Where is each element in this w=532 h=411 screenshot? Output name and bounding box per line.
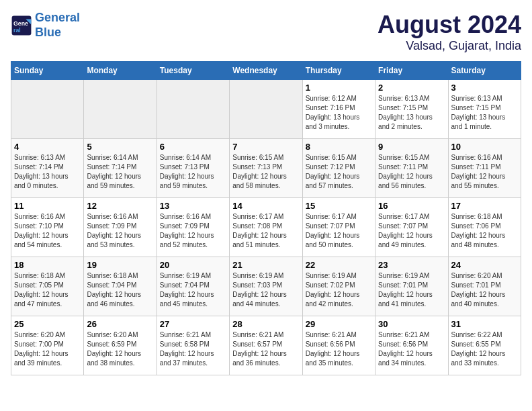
- calendar-cell: 1Sunrise: 6:12 AMSunset: 7:16 PMDaylight…: [302, 80, 375, 139]
- day-info: Sunrise: 6:21 AMSunset: 6:56 PMDaylight:…: [306, 330, 372, 368]
- col-header-monday: Monday: [84, 62, 157, 80]
- calendar-cell: 24Sunrise: 6:20 AMSunset: 7:01 PMDayligh…: [448, 257, 521, 316]
- day-number: 26: [87, 319, 153, 329]
- calendar-cell: 14Sunrise: 6:17 AMSunset: 7:08 PMDayligh…: [230, 198, 302, 257]
- day-info: Sunrise: 6:13 AMSunset: 7:15 PMDaylight:…: [451, 94, 518, 132]
- calendar-cell: 15Sunrise: 6:17 AMSunset: 7:07 PMDayligh…: [302, 198, 375, 257]
- location-title: Valsad, Gujarat, India: [378, 39, 521, 53]
- day-number: 15: [306, 201, 372, 211]
- day-number: 6: [160, 142, 226, 152]
- calendar-cell: [84, 80, 157, 139]
- calendar-cell: 27Sunrise: 6:21 AMSunset: 6:58 PMDayligh…: [157, 316, 229, 375]
- day-number: 17: [451, 201, 518, 211]
- day-info: Sunrise: 6:13 AMSunset: 7:15 PMDaylight:…: [378, 94, 445, 132]
- calendar-cell: [230, 80, 302, 139]
- day-number: 2: [378, 83, 445, 93]
- day-info: Sunrise: 6:17 AMSunset: 7:07 PMDaylight:…: [378, 212, 445, 250]
- day-number: 16: [378, 201, 445, 211]
- day-number: 21: [232, 260, 299, 270]
- calendar-cell: 13Sunrise: 6:16 AMSunset: 7:09 PMDayligh…: [157, 198, 229, 257]
- day-number: 29: [306, 319, 372, 329]
- day-info: Sunrise: 6:14 AMSunset: 7:14 PMDaylight:…: [87, 153, 153, 191]
- calendar-cell: 16Sunrise: 6:17 AMSunset: 7:07 PMDayligh…: [375, 198, 448, 257]
- day-number: 19: [87, 260, 153, 270]
- day-number: 3: [451, 83, 518, 93]
- calendar-cell: 11Sunrise: 6:16 AMSunset: 7:10 PMDayligh…: [11, 198, 84, 257]
- day-info: Sunrise: 6:19 AMSunset: 7:02 PMDaylight:…: [306, 271, 372, 309]
- day-number: 13: [160, 201, 226, 211]
- day-number: 4: [14, 142, 81, 152]
- day-info: Sunrise: 6:21 AMSunset: 6:58 PMDaylight:…: [160, 330, 226, 368]
- day-number: 7: [232, 142, 299, 152]
- calendar-cell: 25Sunrise: 6:20 AMSunset: 7:00 PMDayligh…: [11, 316, 84, 375]
- day-info: Sunrise: 6:12 AMSunset: 7:16 PMDaylight:…: [306, 94, 372, 132]
- calendar-week-5: 25Sunrise: 6:20 AMSunset: 7:00 PMDayligh…: [11, 316, 521, 375]
- col-header-sunday: Sunday: [11, 62, 84, 80]
- day-number: 5: [87, 142, 153, 152]
- calendar-week-4: 18Sunrise: 6:18 AMSunset: 7:05 PMDayligh…: [11, 257, 521, 316]
- calendar-cell: [11, 80, 84, 139]
- calendar-cell: 21Sunrise: 6:19 AMSunset: 7:03 PMDayligh…: [230, 257, 302, 316]
- day-info: Sunrise: 6:19 AMSunset: 7:04 PMDaylight:…: [160, 271, 226, 309]
- day-info: Sunrise: 6:21 AMSunset: 6:57 PMDaylight:…: [232, 330, 299, 368]
- calendar-cell: 7Sunrise: 6:15 AMSunset: 7:13 PMDaylight…: [230, 139, 302, 198]
- calendar-cell: 2Sunrise: 6:13 AMSunset: 7:15 PMDaylight…: [375, 80, 448, 139]
- calendar-cell: 10Sunrise: 6:16 AMSunset: 7:11 PMDayligh…: [448, 139, 521, 198]
- col-header-saturday: Saturday: [448, 62, 521, 80]
- calendar-cell: 23Sunrise: 6:19 AMSunset: 7:01 PMDayligh…: [375, 257, 448, 316]
- day-info: Sunrise: 6:15 AMSunset: 7:11 PMDaylight:…: [378, 153, 445, 191]
- logo-general: General: [35, 11, 80, 24]
- day-number: 28: [232, 319, 299, 329]
- day-info: Sunrise: 6:13 AMSunset: 7:14 PMDaylight:…: [14, 153, 81, 191]
- day-number: 10: [451, 142, 518, 152]
- day-info: Sunrise: 6:18 AMSunset: 7:05 PMDaylight:…: [14, 271, 81, 309]
- calendar-cell: 9Sunrise: 6:15 AMSunset: 7:11 PMDaylight…: [375, 139, 448, 198]
- calendar-cell: 3Sunrise: 6:13 AMSunset: 7:15 PMDaylight…: [448, 80, 521, 139]
- day-info: Sunrise: 6:16 AMSunset: 7:10 PMDaylight:…: [14, 212, 81, 250]
- day-info: Sunrise: 6:17 AMSunset: 7:07 PMDaylight:…: [306, 212, 372, 250]
- day-number: 25: [14, 319, 81, 329]
- col-header-wednesday: Wednesday: [230, 62, 302, 80]
- day-info: Sunrise: 6:15 AMSunset: 7:13 PMDaylight:…: [232, 153, 299, 191]
- calendar-table: SundayMondayTuesdayWednesdayThursdayFrid…: [11, 61, 521, 375]
- calendar-cell: 18Sunrise: 6:18 AMSunset: 7:05 PMDayligh…: [11, 257, 84, 316]
- col-header-tuesday: Tuesday: [157, 62, 229, 80]
- day-info: Sunrise: 6:15 AMSunset: 7:12 PMDaylight:…: [306, 153, 372, 191]
- day-info: Sunrise: 6:19 AMSunset: 7:01 PMDaylight:…: [378, 271, 445, 309]
- calendar-cell: 31Sunrise: 6:22 AMSunset: 6:55 PMDayligh…: [448, 316, 521, 375]
- day-info: Sunrise: 6:20 AMSunset: 6:59 PMDaylight:…: [87, 330, 153, 368]
- calendar-week-2: 4Sunrise: 6:13 AMSunset: 7:14 PMDaylight…: [11, 139, 521, 198]
- day-info: Sunrise: 6:17 AMSunset: 7:08 PMDaylight:…: [232, 212, 299, 250]
- logo-icon: Gene ral: [11, 15, 32, 36]
- calendar-cell: 19Sunrise: 6:18 AMSunset: 7:04 PMDayligh…: [84, 257, 157, 316]
- day-info: Sunrise: 6:22 AMSunset: 6:55 PMDaylight:…: [451, 330, 518, 368]
- day-number: 14: [232, 201, 299, 211]
- logo: Gene ral General Blue: [11, 11, 80, 40]
- day-info: Sunrise: 6:16 AMSunset: 7:11 PMDaylight:…: [451, 153, 518, 191]
- day-number: 12: [87, 201, 153, 211]
- day-info: Sunrise: 6:18 AMSunset: 7:06 PMDaylight:…: [451, 212, 518, 250]
- day-number: 22: [306, 260, 372, 270]
- calendar-cell: 17Sunrise: 6:18 AMSunset: 7:06 PMDayligh…: [448, 198, 521, 257]
- day-info: Sunrise: 6:20 AMSunset: 7:00 PMDaylight:…: [14, 330, 81, 368]
- day-number: 11: [14, 201, 81, 211]
- day-number: 24: [451, 260, 518, 270]
- day-info: Sunrise: 6:18 AMSunset: 7:04 PMDaylight:…: [87, 271, 153, 309]
- day-number: 31: [451, 319, 518, 329]
- day-number: 9: [378, 142, 445, 152]
- day-info: Sunrise: 6:20 AMSunset: 7:01 PMDaylight:…: [451, 271, 518, 309]
- calendar-week-3: 11Sunrise: 6:16 AMSunset: 7:10 PMDayligh…: [11, 198, 521, 257]
- day-info: Sunrise: 6:14 AMSunset: 7:13 PMDaylight:…: [160, 153, 226, 191]
- calendar-cell: 20Sunrise: 6:19 AMSunset: 7:04 PMDayligh…: [157, 257, 229, 316]
- calendar-cell: 28Sunrise: 6:21 AMSunset: 6:57 PMDayligh…: [230, 316, 302, 375]
- calendar-cell: 5Sunrise: 6:14 AMSunset: 7:14 PMDaylight…: [84, 139, 157, 198]
- col-header-thursday: Thursday: [302, 62, 375, 80]
- day-number: 8: [306, 142, 372, 152]
- calendar-cell: 6Sunrise: 6:14 AMSunset: 7:13 PMDaylight…: [157, 139, 229, 198]
- day-number: 18: [14, 260, 81, 270]
- logo-blue: Blue: [35, 26, 61, 39]
- svg-text:Gene: Gene: [13, 20, 28, 27]
- title-area: August 2024 Valsad, Gujarat, India: [378, 11, 521, 53]
- header: Gene ral General Blue August 2024 Valsad…: [11, 11, 521, 53]
- calendar-cell: 12Sunrise: 6:16 AMSunset: 7:09 PMDayligh…: [84, 198, 157, 257]
